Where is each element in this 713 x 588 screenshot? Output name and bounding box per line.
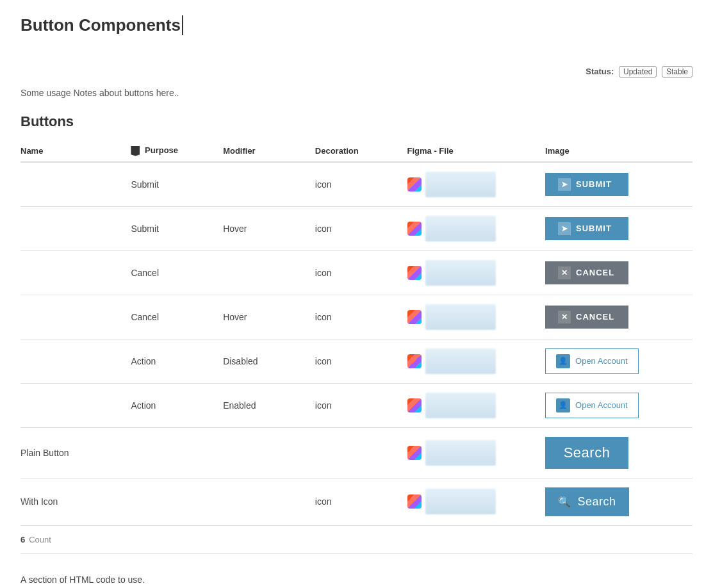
usage-notes: Some usage Notes about buttons here.. [20,88,693,98]
search-icon: 🔍 [558,496,571,508]
cancel-button[interactable]: ✕CANCEL [545,306,628,329]
cell-name [20,383,131,427]
cell-decoration: icon [315,250,407,295]
table-row: Cancelicon✕CANCEL [20,250,693,295]
table-header-row: Name Purpose Modifier Decoration Figma -… [20,140,693,162]
figma-icon[interactable] [407,494,422,509]
cell-image: Search [545,427,693,478]
figma-preview [425,260,496,286]
cell-modifier: Disabled [223,339,315,383]
cell-decoration: icon [315,383,407,427]
cell-modifier: Enabled [223,383,315,427]
cell-decoration: icon [315,478,407,525]
col-header-name: Name [20,140,131,162]
cell-decoration: icon [315,339,407,383]
purpose-icon [131,146,140,156]
count-label: Count [29,535,51,544]
table-row: ActionEnabledicon👤Open Account [20,383,693,427]
account-icon: 👤 [556,354,570,368]
cell-modifier: Hover [223,206,315,250]
action-button[interactable]: 👤Open Account [545,348,639,374]
arrow-icon: ➤ [558,222,571,235]
arrow-icon: ➤ [558,178,571,191]
account-icon: 👤 [556,398,570,412]
x-icon: ✕ [558,311,571,323]
cell-image: ➤SUBMIT [545,206,693,250]
cell-modifier [223,427,315,478]
cell-purpose: Cancel [131,250,223,295]
cell-image: ✕CANCEL [545,295,693,339]
status-badge-stable: Stable [662,66,693,78]
cell-purpose [131,478,223,525]
section-title: Buttons [20,113,693,130]
cell-decoration [315,427,407,478]
table-row: ActionDisabledicon👤Open Account [20,339,693,383]
button-label: CANCEL [576,268,614,277]
cell-decoration: icon [315,162,407,207]
table-row: Submiticon➤SUBMIT [20,162,693,207]
cell-figma [407,295,546,339]
submit-button[interactable]: ➤SUBMIT [545,217,628,240]
figma-preview [425,489,496,514]
figma-icon[interactable] [407,354,422,368]
button-label: Open Account [575,356,628,366]
status-label: Status: [586,67,614,76]
cell-name: With Icon [20,478,131,525]
button-label: SUBMIT [576,179,612,189]
col-header-image: Image [545,140,693,162]
cell-figma [407,383,546,427]
button-label: Open Account [575,400,628,410]
cell-purpose: Submit [131,162,223,207]
col-header-figma: Figma - File [407,140,546,162]
col-header-decoration: Decoration [315,140,407,162]
button-label: Search [578,495,616,509]
cell-modifier: Hover [223,295,315,339]
cell-image: 👤Open Account [545,339,693,383]
cell-decoration: icon [315,206,407,250]
status-bar: Status: Updated Stable [20,66,693,78]
cell-name [20,295,131,339]
buttons-table: Name Purpose Modifier Decoration Figma -… [20,140,693,554]
search-icon-button[interactable]: 🔍Search [545,487,629,516]
figma-preview [425,304,496,330]
count-number: 6 [20,535,25,544]
table-row: With Iconicon🔍Search [20,478,693,525]
figma-icon[interactable] [407,222,422,236]
submit-button[interactable]: ➤SUBMIT [545,173,628,196]
col-header-purpose: Purpose [131,140,223,162]
table-row: Plain ButtonSearch [20,427,693,478]
figma-preview [425,348,496,374]
cell-decoration: icon [315,295,407,339]
cell-name [20,339,131,383]
cell-name [20,206,131,250]
figma-icon[interactable] [407,446,422,460]
cell-image: 🔍Search [545,478,693,525]
cell-modifier [223,162,315,207]
cell-figma [407,206,546,250]
page-title: Button Components [20,15,183,35]
figma-icon[interactable] [407,310,422,324]
table-row: SubmitHovericon➤SUBMIT [20,206,693,250]
cell-modifier [223,250,315,295]
cell-purpose: Submit [131,206,223,250]
figma-icon[interactable] [407,177,422,192]
cell-name [20,250,131,295]
cancel-button[interactable]: ✕CANCEL [545,261,628,284]
cell-image: 👤Open Account [545,383,693,427]
cell-name [20,162,131,207]
figma-preview [425,393,496,418]
count-cell: 6Count [20,525,693,553]
search-plain-button[interactable]: Search [545,437,628,469]
x-icon: ✕ [558,266,571,279]
figma-icon[interactable] [407,398,422,412]
button-label: SUBMIT [576,224,612,233]
action-button[interactable]: 👤Open Account [545,393,639,418]
figma-icon[interactable] [407,266,422,280]
cell-purpose [131,427,223,478]
button-label: CANCEL [576,312,614,322]
status-badge-updated: Updated [619,66,657,78]
col-header-modifier: Modifier [223,140,315,162]
cell-purpose: Action [131,339,223,383]
cell-figma [407,478,546,525]
cell-figma [407,250,546,295]
